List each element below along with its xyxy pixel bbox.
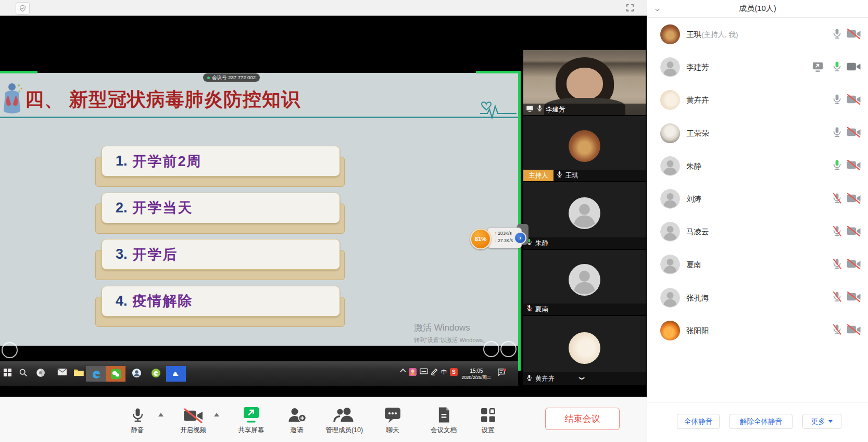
recording-dot bbox=[207, 77, 210, 79]
download-arrow-icon: ↓ bbox=[495, 238, 497, 243]
member-row[interactable]: 李建芳 bbox=[647, 51, 868, 84]
windows-taskbar: 中S15:052020/2/25/周二 bbox=[0, 361, 518, 386]
mic-muted-icon[interactable] bbox=[832, 225, 842, 239]
mic-muted-icon[interactable] bbox=[832, 324, 842, 338]
tile-name-bar: 主持人 王琪 bbox=[523, 170, 646, 181]
more-button[interactable]: 更多 bbox=[802, 414, 841, 429]
mute-all-button[interactable]: 全体静音 bbox=[677, 414, 720, 429]
avatar bbox=[569, 130, 600, 162]
member-name: 王琪(主持人, 我) bbox=[686, 18, 738, 51]
mic-muted-icon[interactable] bbox=[832, 192, 842, 206]
toolbar-label: 设置 bbox=[459, 426, 517, 435]
avatar bbox=[660, 57, 680, 77]
taskbar-time: 15:05 bbox=[459, 368, 494, 374]
member-name: 张阳阳 bbox=[686, 314, 709, 347]
member-row[interactable]: 刘涛 bbox=[647, 183, 868, 216]
toolbar-chat-button[interactable]: 聊天 bbox=[364, 405, 421, 435]
share-border-right bbox=[518, 71, 521, 371]
member-row[interactable]: 张孔海 bbox=[647, 282, 868, 314]
avatar bbox=[660, 288, 680, 308]
screen-share-indicator-icon bbox=[526, 105, 534, 114]
sogou-tray-icon[interactable] bbox=[409, 368, 417, 376]
member-panel-title: 成员(10人) bbox=[739, 4, 776, 14]
upload-arrow-icon: ↑ bbox=[495, 231, 497, 236]
camera-off-icon[interactable] bbox=[846, 28, 861, 41]
heart-ecg-graphic bbox=[479, 98, 518, 123]
camera-off-icon[interactable] bbox=[846, 160, 861, 173]
wechat-icon[interactable] bbox=[106, 366, 125, 382]
fullscreen-icon[interactable] bbox=[624, 2, 636, 14]
video-tile[interactable]: 夏南 bbox=[523, 250, 646, 315]
svg-text:S: S bbox=[452, 369, 456, 375]
mic-muted-icon[interactable] bbox=[832, 291, 842, 305]
ime-language-indicator[interactable]: 中 bbox=[441, 368, 447, 376]
edge-browser-icon[interactable] bbox=[86, 366, 106, 382]
security-shield-icon[interactable] bbox=[16, 2, 30, 15]
caret-up-icon[interactable] bbox=[158, 413, 163, 416]
camera-off-icon[interactable] bbox=[846, 193, 861, 206]
unmute-all-button[interactable]: 解除全体静音 bbox=[729, 414, 792, 429]
collapse-strip-icon[interactable]: ⌄ bbox=[576, 371, 588, 382]
mic-muted-icon[interactable] bbox=[832, 258, 842, 272]
video-tile[interactable]: 李建芳 bbox=[523, 50, 646, 115]
search-icon[interactable] bbox=[19, 368, 28, 377]
camera-off-icon[interactable] bbox=[846, 94, 861, 107]
member-row[interactable]: 黄卉卉 bbox=[647, 84, 868, 117]
mail-icon[interactable] bbox=[57, 368, 67, 376]
browser-360se-icon[interactable] bbox=[151, 368, 161, 378]
browser-360-icon[interactable] bbox=[36, 368, 45, 377]
end-meeting-button[interactable]: 结束会议 bbox=[545, 408, 620, 430]
battery-ball[interactable]: 81% bbox=[470, 229, 491, 249]
video-tile[interactable]: 朱静 bbox=[523, 182, 646, 249]
mic-speaking-icon[interactable] bbox=[832, 60, 842, 74]
settings-icon bbox=[459, 405, 517, 423]
camera-off-icon[interactable] bbox=[846, 127, 861, 140]
member-row[interactable]: 朱静 bbox=[647, 150, 868, 183]
file-explorer-icon[interactable] bbox=[73, 368, 84, 376]
browser-logo-icon[interactable]: › bbox=[514, 232, 526, 244]
camera-off-icon[interactable] bbox=[846, 324, 861, 337]
member-row[interactable]: 王荣荣 bbox=[647, 117, 868, 150]
member-row[interactable]: 王琪(主持人, 我) bbox=[647, 18, 868, 51]
video-tile[interactable]: 黄卉卉⌄ bbox=[523, 316, 646, 385]
chat-icon bbox=[364, 405, 421, 423]
member-row[interactable]: 夏南 bbox=[647, 248, 868, 281]
toolbar-camera-off-button[interactable]: 开启视频 bbox=[165, 405, 222, 435]
host-badge: 主持人 bbox=[523, 170, 553, 181]
slideshow-pen-button[interactable] bbox=[483, 341, 499, 357]
taskbar-clock[interactable]: 15:052020/2/25/周二 bbox=[459, 368, 494, 381]
camera-off-icon[interactable] bbox=[846, 292, 861, 305]
slideshow-menu-button[interactable] bbox=[500, 341, 517, 357]
window-top-bar bbox=[0, 0, 647, 16]
sogou-s-icon[interactable]: S bbox=[450, 368, 458, 376]
toolbar-settings-button[interactable]: 设置 bbox=[459, 405, 517, 435]
member-row[interactable]: 马凌云 bbox=[647, 216, 868, 248]
camera-off-icon[interactable] bbox=[846, 225, 861, 238]
pen-tray-icon[interactable] bbox=[431, 368, 438, 375]
mic-icon[interactable] bbox=[832, 127, 842, 141]
meeting-app-icon[interactable] bbox=[166, 366, 186, 382]
chevron-down-icon bbox=[828, 420, 833, 423]
collapse-panel-icon[interactable]: ⌄ bbox=[653, 5, 661, 12]
mic-icon[interactable] bbox=[832, 28, 842, 42]
upload-speed: 203K/s bbox=[498, 231, 511, 236]
qq-contact-icon[interactable] bbox=[132, 368, 142, 378]
meeting-app-window: 会议号 237 772 002 四、 新型冠状病毒肺炎防控知识 bbox=[0, 0, 868, 442]
slide-item-label: 开学后 bbox=[133, 245, 178, 264]
toolbar-mic-button[interactable]: 静音 bbox=[109, 405, 166, 435]
member-row[interactable]: 张阳阳 bbox=[647, 314, 868, 347]
caret-up-icon[interactable] bbox=[214, 413, 219, 416]
start-icon[interactable] bbox=[3, 368, 12, 377]
slideshow-nav-button[interactable] bbox=[2, 342, 18, 358]
net-speed-widget[interactable]: 81% ↑203K/s ↓27.3K/s › bbox=[470, 223, 530, 249]
mic-speaking-icon[interactable] bbox=[832, 159, 842, 173]
slide-item: 1.开学前2周 bbox=[102, 146, 340, 176]
camera-off-icon[interactable] bbox=[846, 258, 861, 271]
tray-expand-icon[interactable] bbox=[400, 368, 406, 373]
slide-title: 四、 新型冠状病毒肺炎防控知识 bbox=[25, 87, 300, 112]
camera-icon[interactable] bbox=[846, 61, 861, 74]
mic-icon[interactable] bbox=[832, 94, 842, 108]
keyboard-tray-icon[interactable] bbox=[420, 368, 428, 374]
notification-center-icon[interactable] bbox=[497, 368, 507, 376]
video-tile[interactable]: 主持人 王琪 bbox=[523, 116, 646, 181]
